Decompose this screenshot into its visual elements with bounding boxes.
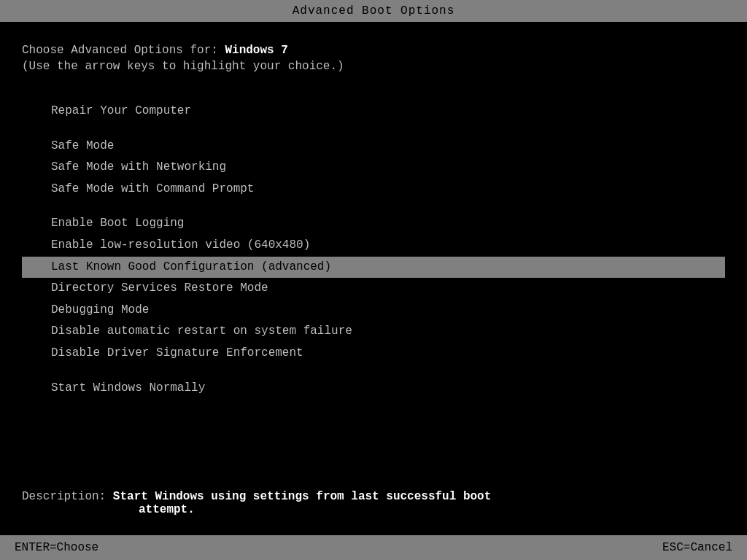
header-prefix: Choose Advanced Options for: (22, 44, 225, 57)
description-section: Description: Start Windows using setting… (22, 490, 725, 516)
menu-item-disable-restart[interactable]: Disable automatic restart on system fail… (22, 321, 725, 343)
description-continuation: attempt. (22, 503, 725, 516)
menu-spacer (22, 365, 725, 378)
boot-options-menu: Repair Your ComputerSafe ModeSafe Mode w… (22, 88, 725, 399)
description-label: Description: (22, 490, 113, 503)
menu-spacer (22, 88, 725, 101)
menu-item-debugging-mode[interactable]: Debugging Mode (22, 300, 725, 322)
description-line1: Description: Start Windows using setting… (22, 490, 725, 503)
title-bar: Advanced Boot Options (0, 0, 747, 22)
header-line1: Choose Advanced Options for: Windows 7 (22, 44, 725, 57)
menu-item-disable-driver-sig[interactable]: Disable Driver Signature Enforcement (22, 343, 725, 365)
menu-item-start-windows-normally[interactable]: Start Windows Normally (22, 378, 725, 400)
menu-item-last-known-good[interactable]: Last Known Good Configuration (advanced) (22, 257, 725, 279)
menu-item-safe-mode[interactable]: Safe Mode (22, 136, 725, 158)
menu-item-label-last-known-good: Last Known Good Configuration (advanced) (22, 257, 725, 279)
menu-item-safe-mode-command-prompt[interactable]: Safe Mode with Command Prompt (22, 179, 725, 201)
title-text: Advanced Boot Options (293, 4, 455, 18)
menu-item-enable-boot-logging[interactable]: Enable Boot Logging (22, 213, 725, 235)
esc-label: ESC=Cancel (662, 541, 732, 554)
menu-item-enable-low-res-video[interactable]: Enable low-resolution video (640x480) (22, 235, 725, 257)
header-line2: (Use the arrow keys to highlight your ch… (22, 60, 725, 73)
menu-spacer (22, 200, 725, 213)
enter-label: ENTER=Choose (15, 541, 98, 554)
menu-item-safe-mode-networking[interactable]: Safe Mode with Networking (22, 157, 725, 179)
menu-item-directory-services[interactable]: Directory Services Restore Mode (22, 278, 725, 300)
header-os-name: Windows 7 (225, 44, 287, 57)
main-content: Choose Advanced Options for: Windows 7 (… (0, 29, 747, 413)
bottom-bar: ENTER=Choose ESC=Cancel (0, 535, 747, 560)
menu-item-repair[interactable]: Repair Your Computer (22, 101, 725, 122)
menu-spacer (22, 122, 725, 136)
description-text: Start Windows using settings from last s… (113, 490, 491, 503)
